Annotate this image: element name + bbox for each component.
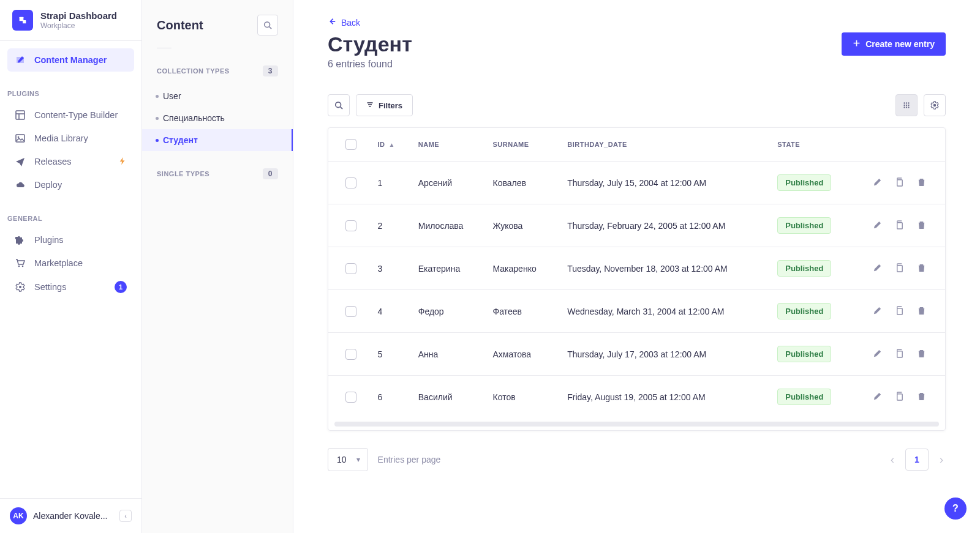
table-settings-button[interactable] (924, 94, 946, 116)
delete-button[interactable] (914, 306, 928, 315)
brand-text: Strapi Dashboard Workplace (40, 10, 117, 30)
next-page-button[interactable]: › (937, 451, 946, 469)
horizontal-scrollbar[interactable] (334, 422, 939, 427)
row-checkbox[interactable] (345, 349, 356, 360)
help-button[interactable]: ? (944, 498, 967, 520)
edit-button[interactable] (870, 177, 884, 187)
ctype-user[interactable]: User (142, 85, 293, 107)
single-types-count: 0 (263, 168, 278, 179)
svg-point-20 (906, 102, 907, 103)
user-footer: AK Alexander Kovale... ‹ (0, 498, 141, 533)
nav-label: Plugins (34, 235, 64, 245)
cell-id: 3 (369, 247, 409, 290)
edit-button[interactable] (870, 220, 884, 229)
prev-page-button[interactable]: ‹ (888, 451, 897, 469)
table-row[interactable]: 6ВасилийКотовFriday, August 19, 2005 at … (328, 376, 945, 419)
delete-button[interactable] (914, 263, 928, 272)
single-types-label: SINGLE TYPES (157, 170, 209, 177)
back-label: Back (341, 18, 360, 28)
cell-surname: Котов (484, 376, 559, 419)
filter-icon (366, 101, 374, 110)
copy-button[interactable] (892, 220, 906, 229)
row-checkbox[interactable] (345, 263, 356, 274)
collection-types-label: COLLECTION TYPES (157, 67, 230, 75)
edit-button[interactable] (870, 349, 884, 358)
create-entry-button[interactable]: Create new entry (842, 32, 946, 56)
cell-id: 5 (369, 333, 409, 376)
nav-media-library[interactable]: Media Library (7, 127, 134, 150)
table-row[interactable]: 1АрсенийКовалевThursday, July 15, 2004 a… (328, 162, 945, 204)
copy-button[interactable] (892, 177, 906, 187)
ctype-student[interactable]: Студент (142, 129, 293, 151)
svg-rect-30 (897, 308, 902, 314)
nav-label: Settings (34, 282, 66, 292)
svg-point-17 (903, 102, 905, 103)
ctype-specialty[interactable]: Специальность (142, 107, 293, 129)
cell-id: 2 (369, 204, 409, 247)
copy-button[interactable] (892, 263, 906, 272)
nav-deploy[interactable]: Deploy (7, 173, 134, 196)
content-search-button[interactable] (257, 15, 278, 35)
svg-rect-2 (16, 111, 24, 119)
table-row[interactable]: 3ЕкатеринаМакаренкоTuesday, November 18,… (328, 247, 945, 290)
select-all-checkbox[interactable] (345, 139, 356, 150)
edit-button[interactable] (870, 306, 884, 315)
table-row[interactable]: 4ФедорФатеевWednesday, March 31, 2004 at… (328, 290, 945, 333)
cell-birthday: Tuesday, November 18, 2003 at 12:00 AM (559, 247, 769, 290)
copy-button[interactable] (892, 392, 906, 401)
current-page[interactable]: 1 (905, 449, 929, 471)
page-subtitle: 6 entries found (328, 59, 412, 70)
copy-button[interactable] (892, 349, 906, 358)
nav-plugins-heading: PLUGINS (0, 79, 141, 103)
nav-releases[interactable]: Releases (7, 150, 134, 173)
delete-button[interactable] (914, 220, 928, 229)
cell-surname: Ахматова (484, 333, 559, 376)
svg-rect-15 (368, 104, 372, 105)
edit-button[interactable] (870, 392, 884, 401)
table-row[interactable]: 5АннаАхматоваThursday, July 17, 2003 at … (328, 333, 945, 376)
cell-birthday: Friday, August 19, 2005 at 12:00 AM (559, 376, 769, 419)
nav-content-manager[interactable]: Content Manager (7, 48, 134, 72)
col-header-surname[interactable]: SURNAME (484, 128, 559, 162)
svg-point-25 (908, 106, 909, 108)
svg-point-19 (903, 106, 905, 108)
table-row[interactable]: 2МилославаЖуковаThursday, February 24, 2… (328, 204, 945, 247)
nav-content-type-builder[interactable]: Content-Type Builder (7, 103, 134, 127)
row-checkbox[interactable] (345, 306, 356, 317)
cell-id: 1 (369, 162, 409, 204)
col-header-birthday[interactable]: BIRTHDAY_DATE (559, 128, 769, 162)
entries-table: ID▲ NAME SURNAME BIRTHDAY_DATE STATE 1Ар… (328, 127, 946, 431)
cell-name: Арсений (410, 162, 484, 204)
col-header-state[interactable]: STATE (769, 128, 850, 162)
svg-rect-14 (368, 102, 373, 103)
status-badge: Published (777, 389, 831, 405)
collapse-sidebar-button[interactable]: ‹ (119, 510, 132, 522)
page-size-select[interactable]: 10 (328, 448, 368, 471)
back-link[interactable]: Back (328, 17, 946, 28)
col-header-id[interactable]: ID▲ (369, 128, 409, 162)
collection-types-header: COLLECTION TYPES 3 (142, 48, 293, 85)
nav-plugins[interactable]: Plugins (7, 228, 134, 252)
cloud-icon (15, 179, 26, 190)
row-checkbox[interactable] (345, 177, 356, 188)
avatar[interactable]: AK (10, 507, 27, 524)
nav-settings[interactable]: Settings 1 (7, 275, 134, 299)
main-content: Back Студент 6 entries found Create new … (293, 0, 980, 533)
table-search-button[interactable] (328, 94, 350, 116)
row-checkbox[interactable] (345, 392, 356, 403)
col-header-name[interactable]: NAME (410, 128, 484, 162)
delete-button[interactable] (914, 392, 928, 401)
collection-types-count: 3 (263, 65, 278, 76)
columns-button[interactable] (895, 94, 918, 116)
filters-button[interactable]: Filters (356, 94, 413, 116)
row-checkbox[interactable] (345, 220, 356, 231)
delete-button[interactable] (914, 349, 928, 358)
edit-button[interactable] (870, 263, 884, 272)
svg-point-18 (903, 105, 905, 106)
nav-marketplace[interactable]: Marketplace (7, 252, 134, 275)
copy-button[interactable] (892, 306, 906, 315)
delete-button[interactable] (914, 177, 928, 187)
filters-label: Filters (379, 101, 402, 110)
svg-rect-29 (897, 265, 902, 271)
layout-icon (15, 110, 26, 121)
